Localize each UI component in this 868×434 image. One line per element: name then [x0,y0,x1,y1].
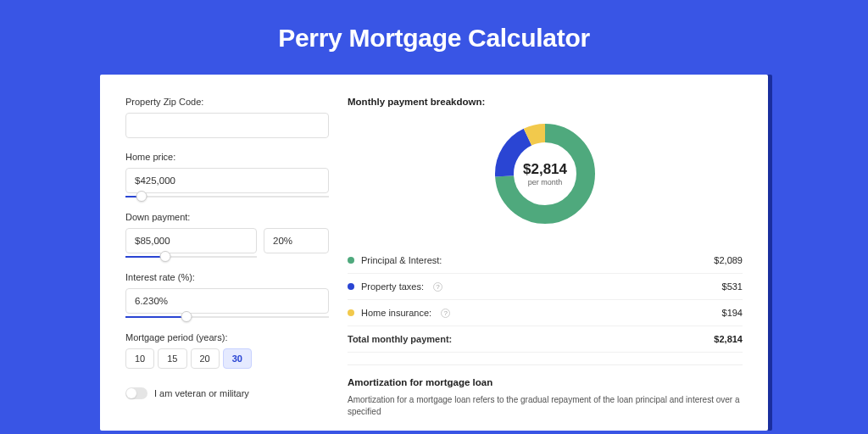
legend-total: Total monthly payment: $2,814 [348,326,743,353]
total-value: $2,814 [714,334,743,344]
amortization-text: Amortization for a mortgage loan refers … [348,394,743,418]
page-title: Perry Mortgage Calculator [278,24,590,53]
donut-amount: $2,814 [523,161,567,178]
dot-yellow-icon [348,309,354,316]
field-zip: Property Zip Code: [125,97,329,138]
amortization-section: Amortization for mortgage loan Amortizat… [348,364,743,418]
period-option-15[interactable]: 15 [158,348,186,369]
period-option-30[interactable]: 30 [223,348,252,369]
down-payment-percent-input[interactable] [264,228,329,253]
home-price-slider[interactable] [125,196,329,198]
legend-label: Principal & Interest: [361,255,442,265]
field-home-price: Home price: [125,152,329,193]
veteran-label: I am veteran or military [154,388,249,398]
help-icon[interactable]: ? [433,282,442,292]
legend-value: $531 [722,281,743,292]
donut-center: $2,814 per month [523,161,567,186]
period-option-10[interactable]: 10 [125,348,154,369]
breakdown-title: Monthly payment breakdown: [348,97,743,107]
down-payment-amount-input[interactable] [125,228,257,253]
field-interest-rate: Interest rate (%): [125,272,329,314]
slider-handle-icon[interactable] [159,251,170,262]
zip-label: Property Zip Code: [125,97,329,107]
legend-value: $194 [722,308,743,318]
period-option-20[interactable]: 20 [191,348,220,369]
legend-principal-interest: Principal & Interest: $2,089 [348,248,743,274]
breakdown-panel: Monthly payment breakdown: $2,814 per mo… [348,97,743,431]
field-down-payment: Down payment: [125,212,329,253]
donut-chart: $2,814 per month [490,119,600,229]
veteran-toggle-row: I am veteran or military [125,387,329,399]
toggle-knob-icon [126,388,136,398]
interest-input[interactable] [125,288,329,314]
home-price-label: Home price: [125,152,329,162]
amortization-title: Amortization for mortgage loan [348,377,743,387]
input-panel: Property Zip Code: Home price: Down paym… [125,97,329,431]
down-payment-label: Down payment: [125,212,329,222]
dot-blue-icon [348,283,354,290]
total-label: Total monthly payment: [348,334,452,344]
veteran-toggle[interactable] [125,387,147,399]
calculator-card: Property Zip Code: Home price: Down paym… [100,75,768,431]
interest-label: Interest rate (%): [125,272,329,282]
period-label: Mortgage period (years): [125,332,329,342]
home-price-input[interactable] [125,168,329,193]
legend-value: $2,089 [714,255,743,265]
legend-label: Property taxes: [361,281,424,292]
help-icon[interactable]: ? [441,309,450,318]
legend-property-taxes: Property taxes: ? $531 [348,274,743,300]
field-mortgage-period: Mortgage period (years): 10 15 20 30 [125,332,329,369]
legend-home-insurance: Home insurance: ? $194 [348,300,743,326]
interest-slider[interactable] [125,316,329,318]
period-button-group: 10 15 20 30 [125,348,329,369]
down-payment-slider[interactable] [125,256,257,258]
zip-input[interactable] [125,113,329,138]
donut-sub: per month [523,178,567,186]
legend-label: Home insurance: [361,308,431,318]
dot-green-icon [348,257,354,264]
slider-handle-icon[interactable] [181,311,192,322]
donut-area: $2,814 per month [348,119,743,229]
slider-handle-icon[interactable] [136,191,147,202]
